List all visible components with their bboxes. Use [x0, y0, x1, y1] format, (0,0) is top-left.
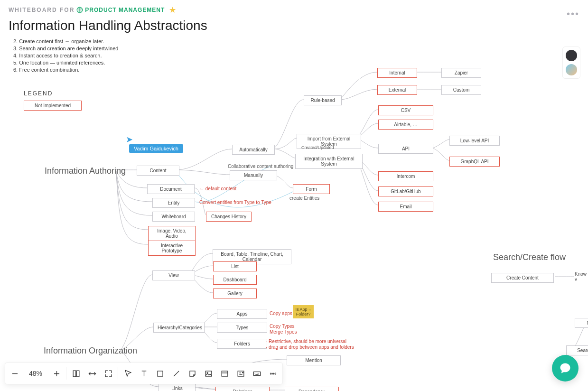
node-relations[interactable]: Relations — [215, 387, 270, 391]
node-mention[interactable]: Mention — [287, 355, 341, 365]
text-tool-button[interactable] — [139, 369, 149, 378]
node-graphql-api[interactable]: GraphQL API — [449, 157, 500, 167]
space-name: PRODUCT MANAGEMENT — [85, 7, 165, 13]
node-dependency[interactable]: Dependency — [285, 387, 339, 391]
keyboard-button[interactable] — [252, 369, 261, 378]
toolbar: 48% — [5, 363, 283, 384]
more-menu-button[interactable]: ••• — [567, 9, 579, 19]
node-not-f[interactable]: NOT f — [575, 318, 588, 328]
legend-title: LEGEND — [24, 90, 82, 97]
svg-point-11 — [272, 373, 274, 374]
node-intercom[interactable]: Intercom — [378, 171, 433, 181]
svg-rect-7 — [238, 371, 244, 376]
annot-copy-apps: Copy apps — [270, 311, 292, 316]
node-interactive-prototype[interactable]: Interactive Prototype — [148, 241, 196, 256]
node-document[interactable]: Document — [147, 184, 195, 194]
node-external[interactable]: External — [377, 85, 417, 95]
select-tool-button[interactable] — [123, 369, 132, 378]
breadcrumb-prefix: WHITEBOARD FOR — [9, 7, 75, 13]
node-gitlab-github[interactable]: GitLab/GitHub — [378, 186, 433, 196]
node-low-level-api[interactable]: Low-level API — [449, 136, 500, 146]
annot-convert-entities: Convert entities from Type to Type — [199, 200, 271, 205]
node-internal[interactable]: Internal — [377, 68, 417, 78]
node-integration-external[interactable]: Integration with External System — [295, 154, 363, 169]
shape-tool-button[interactable] — [155, 369, 165, 378]
chat-icon — [559, 362, 572, 375]
fullscreen-button[interactable] — [103, 369, 113, 378]
node-gallery[interactable]: Gallery — [213, 289, 257, 298]
avatar[interactable] — [566, 50, 577, 61]
principle-item: Search and creation are deeply intertwin… — [19, 46, 118, 51]
svg-point-10 — [270, 373, 271, 374]
annot-restrictive: - Restrictive, should be more universal — [266, 339, 346, 344]
node-whiteboard[interactable]: Whiteboard — [152, 212, 195, 222]
principle-item: Free content combination. — [19, 67, 79, 73]
presence-panel — [562, 47, 580, 79]
node-email[interactable]: Email — [378, 202, 433, 212]
card-tool-button[interactable] — [236, 369, 245, 378]
svg-rect-3 — [157, 371, 162, 376]
principle-item: Instant access to creation & search. — [19, 53, 102, 58]
node-hierarchy[interactable]: Hierarchy/Categories — [153, 323, 205, 333]
fit-width-button[interactable] — [71, 369, 81, 378]
label-created-updated: Created/Updated — [301, 145, 334, 150]
remote-cursor-icon: ➤ — [126, 134, 133, 145]
node-folders[interactable]: Folders — [217, 339, 267, 349]
frame-tool-button[interactable] — [220, 369, 229, 378]
line-tool-button[interactable] — [171, 369, 181, 378]
node-list[interactable]: List — [213, 261, 257, 271]
edge-layer — [0, 38, 588, 391]
help-chat-button[interactable] — [552, 355, 579, 382]
avatar[interactable] — [566, 64, 577, 75]
page-title: Information Handling Abstractions — [9, 18, 579, 33]
zoom-out-button[interactable] — [10, 369, 19, 378]
node-changes-history[interactable]: Changes History — [206, 212, 252, 222]
label-collab-authoring: Collaborative content authoring — [228, 164, 293, 169]
svg-rect-9 — [253, 372, 260, 375]
sticky-note[interactable]: Is App = Folder? — [293, 305, 314, 318]
zoom-in-button[interactable] — [52, 369, 61, 378]
legend-not-implemented: Not Implemented — [24, 101, 82, 111]
node-csv[interactable]: CSV — [378, 105, 433, 115]
node-create-content[interactable]: Create Content — [491, 273, 554, 283]
svg-rect-6 — [222, 371, 228, 376]
zoom-level[interactable]: 48% — [26, 370, 45, 377]
more-tools-button[interactable] — [268, 369, 278, 378]
section-organization-label: Information Organization — [44, 346, 137, 356]
node-rule-based[interactable]: Rule-based — [304, 95, 342, 105]
image-tool-button[interactable] — [204, 369, 213, 378]
node-form[interactable]: Form — [293, 184, 330, 194]
space-icon — [76, 7, 83, 13]
principle-item: One location — unlimited references. — [19, 60, 105, 65]
node-image-video-audio[interactable]: Image, Video, Audio — [148, 226, 196, 241]
node-airtable[interactable]: Airtable, … — [378, 120, 433, 130]
node-types[interactable]: Types — [217, 323, 267, 333]
principle-item: Create content first → organize later. — [19, 38, 104, 44]
svg-point-8 — [242, 372, 243, 373]
remote-user-tag: Vadim Gaidukevich — [129, 144, 183, 153]
node-content[interactable]: Content — [137, 166, 179, 176]
node-manually[interactable]: Manually — [230, 170, 277, 180]
node-entity[interactable]: Entity — [152, 198, 195, 208]
node-search[interactable]: Search — [566, 345, 588, 355]
node-automatically[interactable]: Automatically — [232, 145, 275, 155]
node-custom[interactable]: Custom — [441, 85, 481, 95]
whiteboard-canvas[interactable]: 2. Create content first → organize later… — [0, 38, 588, 391]
node-links[interactable]: Links — [159, 383, 196, 391]
node-dashboard[interactable]: Dashboard — [213, 275, 257, 285]
label-create-entities: create Entities — [289, 196, 319, 201]
node-api[interactable]: API — [378, 144, 433, 154]
node-view[interactable]: View — [152, 270, 195, 280]
annot-default-content: ← default content — [199, 186, 236, 191]
annot-merge-types: Merge Types — [270, 329, 297, 335]
node-apps[interactable]: Apps — [217, 309, 267, 319]
svg-rect-1 — [73, 371, 76, 377]
svg-rect-4 — [205, 371, 212, 376]
space-link[interactable]: PRODUCT MANAGEMENT — [76, 7, 165, 13]
fit-horizontal-button[interactable] — [87, 369, 97, 378]
node-zapier[interactable]: Zapier — [441, 68, 481, 78]
annot-drag-drop: - drag and drop between apps and folders — [266, 344, 354, 350]
sticky-tool-button[interactable] — [187, 369, 197, 378]
breadcrumb: WHITEBOARD FOR PRODUCT MANAGEMENT ★ — [9, 6, 579, 14]
star-icon[interactable]: ★ — [169, 6, 177, 14]
